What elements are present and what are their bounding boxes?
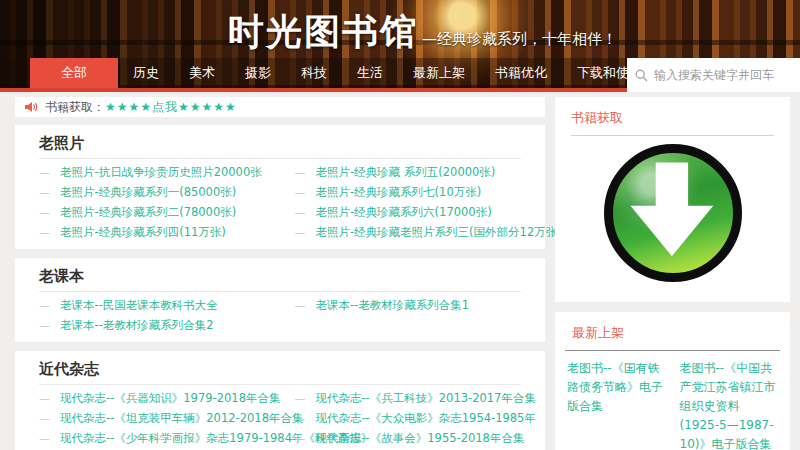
book-link[interactable]: 老照片-经典珍藏 系列五(20000张) [315, 165, 495, 180]
list-item: —现代杂志--《兵工科技》2013-2017年合集 [294, 388, 521, 408]
book-link[interactable]: 老照片-抗日战争珍贵历史照片20000张 [60, 165, 262, 180]
section-title: 老课本 [39, 268, 521, 284]
dash-bullet: — [294, 166, 305, 179]
notice-stars-link[interactable]: ★★★★点我★★★★★ [105, 99, 237, 116]
book-link[interactable]: 老图书--《国有铁路债务节略》电子版合集 [567, 359, 666, 416]
list-item: —现代杂志--《故事会》1955-2018年合集 [294, 428, 521, 448]
list-item: —老课本--老教材珍藏系列合集1 [294, 295, 521, 315]
list-item: —现代杂志--《少年科学画报》杂志1979-1984年《科学画报》 [39, 428, 294, 448]
site-subtitle: —经典珍藏系列，十年相伴！ [422, 30, 617, 49]
section-title: 老照片 [39, 135, 521, 151]
book-link[interactable]: 现代杂志--《兵器知识》1979-2018年合集 [60, 391, 280, 406]
sidebar-latest-card: 最新上架 老图书--《国有铁路债务节略》电子版合集 老图书--《中国共产党江苏省… [555, 312, 790, 450]
book-link[interactable]: 老照片-经典珍藏系列四(11万张) [60, 225, 226, 240]
page-body: 书籍获取： ★★★★点我★★★★★ 老照片 —老照片-抗日战争珍贵历史照片200… [0, 92, 800, 450]
book-link[interactable]: 老照片-经典珍藏系列一(85000张) [60, 185, 236, 200]
dash-bullet: — [294, 206, 305, 219]
dash-bullet: — [39, 226, 50, 239]
list-item: —现代杂志--《坦克装甲车辆》2012-2018年合集 [39, 408, 294, 428]
dash-bullet: — [39, 186, 50, 199]
tab-book-optimization[interactable]: 书籍优化 [480, 58, 562, 88]
section-list: —老照片-抗日战争珍贵历史照片20000张 —老照片-经典珍藏系列一(85000… [39, 162, 521, 242]
dash-bullet: — [294, 186, 305, 199]
list-item: —老照片-经典珍藏老照片系列三(国外部分12万张) [294, 222, 521, 242]
tab-photography[interactable]: 摄影 [230, 58, 286, 88]
sidebar: 书籍获取 最新上架 老图书--《国有铁路债务节略》电子版合集 老图书--《中国共… [555, 97, 790, 450]
content-column: 书籍获取： ★★★★点我★★★★★ 老照片 —老照片-抗日战争珍贵历史照片200… [15, 97, 545, 450]
section-title: 近代杂志 [39, 361, 521, 377]
book-link[interactable]: 老课本--民国老课本教科书大全 [60, 298, 218, 313]
section-divider [39, 158, 521, 159]
sidebar-download-card: 书籍获取 [555, 97, 790, 302]
site-brand: 时光图书馆 —经典珍藏系列，十年相伴！ [228, 8, 617, 57]
dash-bullet: — [39, 206, 50, 219]
dash-bullet: — [294, 392, 305, 405]
sidebar-download-title: 书籍获取 [571, 109, 774, 127]
latest-item: 老图书--《中国共产党江苏省镇江市组织史资料(1925-5—1987-10)》电… [680, 359, 779, 450]
list-item: —老照片-经典珍藏系列七(10万张) [294, 182, 521, 202]
book-link[interactable]: 老照片-经典珍藏系列六(17000张) [315, 205, 491, 220]
search-input[interactable] [654, 68, 792, 82]
book-link[interactable]: 现代杂志--《大众电影》杂志1954-1985年 [315, 411, 535, 426]
book-link[interactable]: 现代杂志--《坦克装甲车辆》2012-2018年合集 [60, 411, 303, 426]
search-icon [635, 69, 648, 82]
list-item: —老课本--民国老课本教科书大全 [39, 295, 294, 315]
site-header: 时光图书馆 —经典珍藏系列，十年相伴！ 全部 历史 美术 摄影 科技 生活 最新… [0, 0, 800, 92]
dash-bullet: — [39, 412, 50, 425]
list-item: —现代杂志--《兵器知识》1979-2018年合集 [39, 388, 294, 408]
list-item: —现代杂志--《大众电影》杂志1954-1985年 [294, 408, 521, 428]
section-old-photos: 老照片 —老照片-抗日战争珍贵历史照片20000张 —老照片-经典珍藏系列一(8… [15, 125, 545, 249]
tab-all[interactable]: 全部 [30, 58, 118, 88]
notice-label: 书籍获取： [45, 99, 105, 116]
book-link[interactable]: 老照片-经典珍藏老照片系列三(国外部分12万张) [315, 225, 561, 240]
book-link[interactable]: 老照片-经典珍藏系列二(78000张) [60, 205, 236, 220]
download-arrow-icon[interactable] [604, 144, 742, 282]
list-item: —老照片-经典珍藏系列四(11万张) [39, 222, 294, 242]
search-box[interactable] [627, 58, 800, 92]
section-list: —现代杂志--《兵器知识》1979-2018年合集 —现代杂志--《坦克装甲车辆… [39, 388, 521, 450]
latest-item: 老图书--《国有铁路债务节略》电子版合集 [567, 359, 666, 450]
book-link[interactable]: 现代杂志--《兵工科技》2013-2017年合集 [315, 391, 535, 406]
down-arrow-glyph [613, 153, 733, 273]
download-icon-wrap [571, 140, 774, 292]
list-item: —老照片-经典珍藏系列六(17000张) [294, 202, 521, 222]
tab-art[interactable]: 美术 [174, 58, 230, 88]
book-link[interactable]: 老课本--老教材珍藏系列合集1 [315, 298, 469, 313]
section-old-textbooks: 老课本 —老课本--民国老课本教科书大全 —老课本--老教材珍藏系列合集2 —老… [15, 258, 545, 342]
book-link[interactable]: 老照片-经典珍藏系列七(10万张) [315, 185, 481, 200]
sidebar-latest-title: 最新上架 [565, 324, 780, 342]
latest-items: 老图书--《国有铁路债务节略》电子版合集 老图书--《中国共产党江苏省镇江市组织… [565, 359, 780, 450]
dash-bullet: — [39, 319, 50, 332]
dash-bullet: — [39, 166, 50, 179]
list-item: —老照片-抗日战争珍贵历史照片20000张 [39, 162, 294, 182]
list-item: —老照片-经典珍藏系列二(78000张) [39, 202, 294, 222]
dash-bullet: — [39, 299, 50, 312]
section-list: —老课本--民国老课本教科书大全 —老课本--老教材珍藏系列合集2 —老课本--… [39, 295, 521, 335]
section-modern-magazines: 近代杂志 —现代杂志--《兵器知识》1979-2018年合集 —现代杂志--《坦… [15, 351, 545, 450]
book-link[interactable]: 老课本--老教材珍藏系列合集2 [60, 318, 214, 333]
dash-bullet: — [39, 432, 50, 445]
section-divider [39, 384, 521, 385]
sidebar-divider [565, 350, 780, 351]
book-link[interactable]: 现代杂志--《故事会》1955-2018年合集 [315, 431, 524, 446]
site-title: 时光图书馆 [228, 8, 418, 57]
tab-life[interactable]: 生活 [342, 58, 398, 88]
main-nav: 全部 历史 美术 摄影 科技 生活 最新上架 书籍优化 下载和使用 问题反馈 [0, 58, 800, 92]
dash-bullet: — [294, 412, 305, 425]
dash-bullet: — [294, 226, 305, 239]
tab-technology[interactable]: 科技 [286, 58, 342, 88]
speaker-icon [25, 101, 38, 113]
tab-new-arrivals[interactable]: 最新上架 [398, 58, 480, 88]
notice-bar: 书籍获取： ★★★★点我★★★★★ [15, 97, 545, 117]
dash-bullet: — [294, 432, 305, 445]
list-item: —老照片-经典珍藏系列一(85000张) [39, 182, 294, 202]
book-link[interactable]: 老图书--《中国共产党江苏省镇江市组织史资料(1925-5—1987-10)》电… [680, 359, 779, 450]
list-item: —老照片-经典珍藏 系列五(20000张) [294, 162, 521, 182]
dash-bullet: — [39, 392, 50, 405]
list-item: —老课本--老教材珍藏系列合集2 [39, 315, 294, 335]
tab-history[interactable]: 历史 [118, 58, 174, 88]
dash-bullet: — [294, 299, 305, 312]
sidebar-divider [571, 135, 774, 136]
section-divider [39, 291, 521, 292]
